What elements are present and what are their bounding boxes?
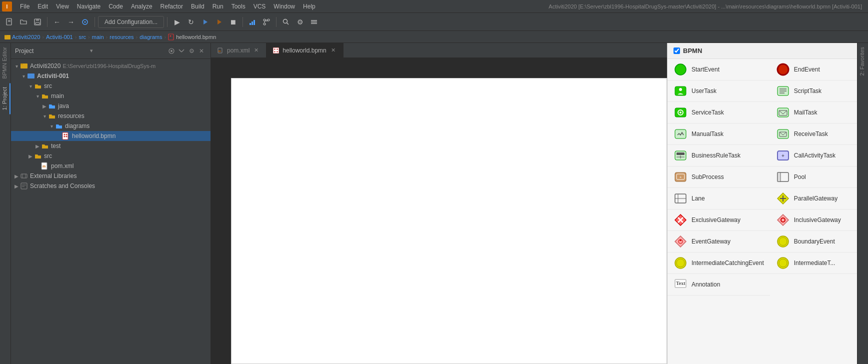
- svg-point-53: [274, 48, 276, 50]
- panel-collapse-btn[interactable]: [176, 46, 186, 56]
- menu-analyze[interactable]: Analyze: [127, 2, 156, 11]
- svg-marker-95: [675, 236, 686, 247]
- menu-refactor[interactable]: Refactor: [156, 2, 187, 11]
- menu-view[interactable]: View: [52, 2, 73, 11]
- menu-build[interactable]: Build: [187, 2, 208, 11]
- panel-scope-btn[interactable]: [166, 46, 176, 56]
- tree-item-pomxml[interactable]: ▶ m pom.xml: [11, 161, 210, 171]
- bpmn-item-annotation[interactable]: Text Annotation: [668, 274, 770, 296]
- bpmn-item-end-event[interactable]: EndEvent: [770, 59, 857, 80]
- bpmn-checkbox[interactable]: [674, 48, 680, 54]
- bpmn-item-start-event[interactable]: StartEvent: [668, 59, 770, 80]
- favorites-side-tab: 2: Favorites: [857, 43, 868, 364]
- tree-item-java[interactable]: ▶ java: [11, 101, 210, 111]
- bpmn-item-lane[interactable]: Lane: [668, 188, 770, 210]
- toolbar-forward[interactable]: →: [64, 16, 78, 28]
- tree-item-src1[interactable]: ▾ src: [11, 81, 210, 91]
- menu-vcs[interactable]: VCS: [250, 2, 270, 11]
- bpmn-item-pool[interactable]: Pool: [770, 166, 857, 188]
- menu-code[interactable]: Code: [104, 2, 127, 11]
- tree-item-helloworld[interactable]: ▶ helloworld.bpmn: [11, 131, 210, 141]
- left-side-tabs: BPMN Editor 1: Project: [0, 43, 11, 364]
- tree-item-activiti001[interactable]: ▾ Activiti-001: [11, 71, 210, 81]
- toolbar-new-file[interactable]: [3, 16, 16, 28]
- bpmn-item-call-activity[interactable]: + CallActivityTask: [770, 145, 857, 166]
- svg-text:I: I: [6, 4, 8, 10]
- bpmn-canvas[interactable]: [231, 78, 667, 364]
- bpmn-item-subprocess[interactable]: + SubProcess: [668, 166, 770, 188]
- breadcrumb-diagrams[interactable]: diagrams: [140, 34, 162, 40]
- bpmn-item-inclusive-gateway[interactable]: InclusiveGateway: [770, 210, 857, 231]
- tree-item-scratches[interactable]: ▶ Scratches and Consoles: [11, 181, 210, 191]
- menu-window[interactable]: Window: [270, 2, 299, 11]
- bpmn-item-intermediate-catching[interactable]: IntermediateCatchingEvent: [668, 252, 770, 274]
- tree-item-src2[interactable]: ▶ src: [11, 151, 210, 161]
- bpmn-item-mail-task[interactable]: MailTask: [770, 102, 857, 124]
- toolbar-stop[interactable]: ⏹: [226, 16, 240, 28]
- title-path: Activiti2020 [E:\Server\zbl1996-Hospital…: [320, 4, 866, 10]
- tree-item-extlibs[interactable]: ▶ External Libraries: [11, 171, 210, 181]
- toolbar-build-refresh[interactable]: ↻: [184, 16, 198, 28]
- breadcrumb-resources[interactable]: resources: [110, 34, 134, 40]
- service-task-label: ServiceTask: [692, 109, 724, 116]
- breadcrumb-main[interactable]: main: [92, 34, 104, 40]
- breadcrumb-activiti2020[interactable]: Activiti2020: [12, 34, 40, 40]
- toolbar-navigate[interactable]: [78, 16, 92, 28]
- menu-tools[interactable]: Tools: [228, 2, 250, 11]
- bpmn-item-business-rule[interactable]: BusinessRuleTask: [668, 145, 770, 166]
- tree-label-activiti2020: Activiti2020: [30, 62, 60, 70]
- tree-label-pomxml: pom.xml: [51, 162, 74, 170]
- bpmn-item-user-task[interactable]: UserTask: [668, 80, 770, 102]
- toolbar-more[interactable]: [308, 16, 320, 28]
- bpmn-item-manual-task[interactable]: ManualTask: [668, 124, 770, 145]
- tree-arrow-src1: ▾: [27, 82, 34, 90]
- bpmn-item-script-task[interactable]: ScriptTask: [770, 80, 857, 102]
- tree-item-test[interactable]: ▶ test: [11, 141, 210, 151]
- subprocess-icon: +: [674, 170, 688, 184]
- menu-file[interactable]: File: [16, 2, 34, 11]
- toolbar-debug[interactable]: [198, 16, 212, 28]
- svg-rect-35: [20, 64, 23, 65]
- folder-icon-resources: [48, 112, 56, 120]
- toolbar-git[interactable]: [260, 16, 273, 28]
- panel-close-btn[interactable]: ✕: [196, 46, 206, 56]
- toolbar-coverage[interactable]: [246, 16, 259, 28]
- menu-edit[interactable]: Edit: [34, 2, 52, 11]
- toolbar-run[interactable]: ▶: [170, 16, 184, 28]
- folder-icon-src1: [34, 82, 42, 90]
- tree-item-resources[interactable]: ▾ resources: [11, 111, 210, 121]
- toolbar-open[interactable]: [17, 16, 30, 28]
- menu-navigate[interactable]: Navigate: [73, 2, 104, 11]
- breadcrumb-src[interactable]: src: [78, 34, 86, 40]
- bpmn-item-event-gateway[interactable]: EventGateway: [668, 231, 770, 252]
- menu-run[interactable]: Run: [208, 2, 228, 11]
- tree-item-diagrams[interactable]: ▾ diagrams: [11, 121, 210, 131]
- svg-rect-6: [36, 19, 39, 21]
- panel-settings-btn[interactable]: ⚙: [186, 46, 196, 56]
- toolbar-save[interactable]: [31, 16, 44, 28]
- bpmn-item-parallel-gateway[interactable]: ParallelGateway: [770, 188, 857, 210]
- tab-helloworld-close[interactable]: ✕: [330, 46, 337, 54]
- bpmn-item-boundary-event[interactable]: BoundaryEvent: [770, 231, 857, 252]
- tree-item-activiti2020[interactable]: ▾ Activiti2020 E:\Server\zbl1996-Hospita…: [11, 61, 210, 71]
- bpmn-editor-side-tab[interactable]: BPMN Editor: [0, 43, 10, 83]
- bpmn-item-intermediate-t[interactable]: IntermediateT...: [770, 252, 857, 274]
- tab-bar: m pom.xml ✕ helloworld.bpmn ✕: [211, 43, 667, 58]
- breadcrumb-activiti001[interactable]: Activiti-001: [46, 34, 73, 40]
- tree-item-main[interactable]: ▾ main: [11, 91, 210, 101]
- project-side-tab[interactable]: 1: Project: [0, 83, 10, 114]
- tab-pom-xml[interactable]: m pom.xml ✕: [211, 43, 266, 58]
- favorites-tab-item[interactable]: 2: Favorites: [858, 43, 868, 80]
- menu-help[interactable]: Help: [299, 2, 320, 11]
- tab-pom-close[interactable]: ✕: [252, 46, 260, 54]
- toolbar-back[interactable]: ←: [50, 16, 64, 28]
- add-configuration-button[interactable]: Add Configuration...: [98, 16, 164, 28]
- toolbar-settings[interactable]: ⚙: [294, 16, 306, 28]
- tab-helloworld-bpmn[interactable]: helloworld.bpmn ✕: [266, 43, 343, 58]
- toolbar-profile[interactable]: [212, 16, 226, 28]
- bpmn-item-receive-task[interactable]: ReceiveTask: [770, 124, 857, 145]
- bpmn-item-service-task[interactable]: ServiceTask: [668, 102, 770, 124]
- editor-content[interactable]: [211, 58, 667, 364]
- bpmn-item-exclusive-gateway[interactable]: ExclusiveGateway: [668, 210, 770, 231]
- toolbar-search[interactable]: [280, 16, 292, 28]
